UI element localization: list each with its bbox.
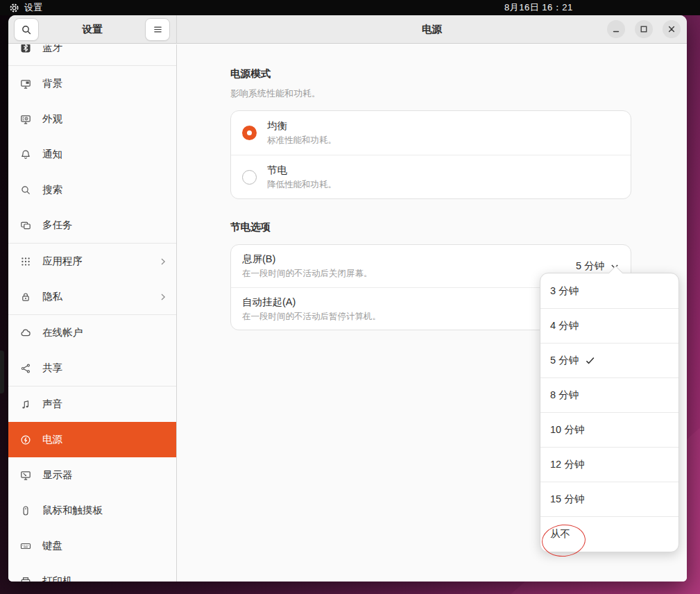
keyboard-icon xyxy=(20,541,31,552)
sidebar-item-label: 多任务 xyxy=(42,219,168,232)
sidebar-item-label: 隐私 xyxy=(42,290,147,303)
sidebar-item-label: 打印机 xyxy=(42,575,168,582)
close-button[interactable] xyxy=(663,20,681,38)
maximize-icon xyxy=(639,24,649,34)
option-label: 从不 xyxy=(550,527,570,541)
sidebar-headerbar: 设置 xyxy=(8,15,177,43)
row-title: 息屏(B) xyxy=(242,253,565,266)
power-mode-section-title: 电源模式 xyxy=(230,44,631,80)
minimize-icon xyxy=(611,24,621,34)
sidebar-item-label: 应用程序 xyxy=(42,255,147,268)
cloud-icon xyxy=(20,328,31,339)
sidebar-item-label: 电源 xyxy=(42,433,168,446)
printer-icon xyxy=(20,576,31,582)
chevron-right-icon xyxy=(158,257,168,266)
window-controls xyxy=(607,20,681,38)
music-note-icon xyxy=(20,399,31,410)
mouse-icon xyxy=(20,505,31,516)
option-label: 15 分钟 xyxy=(550,493,584,506)
search-icon xyxy=(21,24,32,35)
option-label: 3 分钟 xyxy=(550,285,579,298)
search-icon xyxy=(20,185,31,196)
sidebar-item-multitasking[interactable]: 多任务 xyxy=(8,207,176,243)
sidebar-item-label: 声音 xyxy=(42,398,168,411)
radio-selected-icon[interactable] xyxy=(242,126,257,140)
option-label: 10 分钟 xyxy=(550,423,584,436)
dock-hide-pill xyxy=(0,350,4,393)
apps-grid-icon xyxy=(20,256,31,267)
sidebar-item-power[interactable]: 电源 xyxy=(8,422,176,457)
checkmark-icon xyxy=(585,355,595,366)
option-label: 4 分钟 xyxy=(550,319,579,332)
dropdown-option-never[interactable]: 从不 xyxy=(540,516,678,551)
close-icon xyxy=(667,24,676,34)
power-icon xyxy=(20,434,31,446)
sidebar-item-privacy[interactable]: 隐私 xyxy=(8,279,176,314)
search-button[interactable] xyxy=(14,18,39,41)
dropdown-option-8min[interactable]: 8 分钟 xyxy=(540,377,678,412)
dropdown-option-15min[interactable]: 15 分钟 xyxy=(540,482,678,516)
active-app-indicator[interactable]: 设置 xyxy=(9,1,42,14)
share-icon xyxy=(20,363,31,374)
sidebar-item-appearance[interactable]: 外观 xyxy=(8,101,176,137)
dropdown-option-12min[interactable]: 12 分钟 xyxy=(540,447,678,482)
chevron-right-icon xyxy=(158,292,168,302)
minimize-button[interactable] xyxy=(607,20,625,38)
sidebar-item-mouse-touchpad[interactable]: 鼠标和触摸板 xyxy=(8,493,176,528)
sidebar-item-label: 共享 xyxy=(42,362,168,375)
power-mode-card: 均衡 标准性能和功耗。 节电 降低性能和功耗。 xyxy=(230,110,631,199)
multitasking-icon xyxy=(20,220,31,231)
bluetooth-icon xyxy=(20,44,31,53)
gear-icon xyxy=(9,3,19,13)
sidebar-item-label: 搜索 xyxy=(42,183,168,196)
screen-blank-value: 5 分钟 xyxy=(576,260,604,273)
option-description: 降低性能和功耗。 xyxy=(267,179,620,191)
screen-blank-popover: 3 分钟 4 分钟 5 分钟 8 分钟 10 分钟 12 分钟 15 分钟 从不 xyxy=(540,273,679,552)
dropdown-option-10min[interactable]: 10 分钟 xyxy=(540,412,678,447)
option-label: 8 分钟 xyxy=(550,389,579,402)
sidebar-item-keyboard[interactable]: 键盘 xyxy=(8,528,176,563)
page-title: 电源 xyxy=(422,23,442,36)
sidebar-item-label: 鼠标和触摸板 xyxy=(42,504,168,517)
sidebar-item-sound[interactable]: 声音 xyxy=(8,387,176,422)
option-label: 12 分钟 xyxy=(550,458,584,471)
option-title: 均衡 xyxy=(267,119,620,133)
dropdown-option-5min[interactable]: 5 分钟 xyxy=(540,343,678,377)
active-app-label: 设置 xyxy=(24,1,42,14)
dropdown-option-4min[interactable]: 4 分钟 xyxy=(540,308,678,343)
option-label: 5 分钟 xyxy=(550,354,579,367)
sidebar-item-sharing[interactable]: 共享 xyxy=(8,350,176,386)
appearance-icon xyxy=(20,114,31,125)
sidebar-item-online-accounts[interactable]: 在线帐户 xyxy=(8,315,176,350)
sidebar-item-applications[interactable]: 应用程序 xyxy=(8,244,176,279)
headerbar: 设置 电源 xyxy=(8,15,687,44)
option-title: 节电 xyxy=(267,164,620,177)
sidebar-item-displays[interactable]: 显示器 xyxy=(8,457,176,493)
primary-menu-button[interactable] xyxy=(145,18,170,41)
sidebar-item-search[interactable]: 搜索 xyxy=(8,172,176,207)
display-icon xyxy=(20,470,31,481)
power-mode-section-subtitle: 影响系统性能和功耗。 xyxy=(230,87,631,100)
clock[interactable]: 8月16日 16：21 xyxy=(504,0,573,15)
system-top-bar: 设置 8月16日 16：21 xyxy=(0,0,700,15)
sidebar-item-bluetooth[interactable]: 蓝牙 xyxy=(8,44,176,65)
power-mode-option-balanced[interactable]: 均衡 标准性能和功耗。 xyxy=(231,111,631,155)
sidebar-item-printers[interactable]: 打印机 xyxy=(8,563,176,582)
sidebar-item-background[interactable]: 背景 xyxy=(8,66,176,101)
background-icon xyxy=(20,78,31,90)
sidebar-item-label: 背景 xyxy=(42,77,168,90)
maximize-button[interactable] xyxy=(635,20,653,38)
sidebar-item-label: 在线帐户 xyxy=(42,326,168,339)
power-saving-section-title: 节电选项 xyxy=(230,221,631,234)
sidebar-item-label: 外观 xyxy=(42,112,168,126)
content-headerbar: 电源 xyxy=(177,15,687,43)
power-mode-option-saver[interactable]: 节电 降低性能和功耗。 xyxy=(231,155,631,198)
sidebar-title: 设置 xyxy=(83,23,103,36)
sidebar-item-label: 蓝牙 xyxy=(42,44,168,54)
hamburger-menu-icon xyxy=(153,24,163,35)
sidebar-item-label: 通知 xyxy=(42,148,168,161)
dropdown-option-3min[interactable]: 3 分钟 xyxy=(540,273,678,308)
sidebar-item-notifications[interactable]: 通知 xyxy=(8,137,176,172)
radio-unselected-icon[interactable] xyxy=(242,170,257,185)
lock-icon xyxy=(20,291,31,303)
